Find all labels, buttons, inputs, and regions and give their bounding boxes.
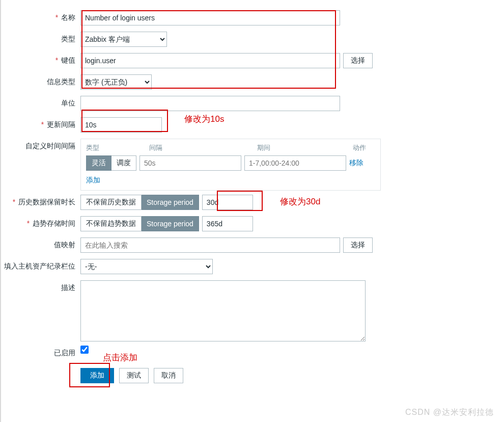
history-value-input[interactable] [202,195,253,210]
custom-interval-input[interactable] [139,155,241,171]
infotype-label: 信息类型 [1,74,80,87]
inventory-select[interactable]: -无- [80,259,213,274]
watermark-text: CSDN @达米安利拉德 [405,407,494,418]
key-select-button[interactable]: 选择 [343,53,373,68]
description-label: 描述 [1,280,80,293]
units-input[interactable] [80,96,340,111]
key-input[interactable] [80,53,340,68]
valuemap-input[interactable] [80,238,340,253]
trend-value-input[interactable] [202,216,253,231]
cancel-button[interactable]: 取消 [154,368,183,383]
test-button[interactable]: 测试 [119,368,149,383]
update-interval-label: * 更新间隔 [1,117,80,129]
name-input[interactable] [80,10,340,25]
custom-header-period: 期间 [257,143,353,152]
seg-schedule[interactable]: 调度 [111,155,136,171]
custom-header-type: 类型 [86,143,149,152]
custom-intervals-box: 类型 间隔 期间 动作 灵活 调度 移除 添加 [80,139,381,191]
seg-history-storage[interactable]: Storage period [142,195,199,210]
type-label: 类型 [1,32,80,44]
update-interval-input[interactable] [80,117,162,133]
type-select[interactable]: Zabbix 客户端 [80,32,167,47]
units-label: 单位 [1,96,80,108]
custom-header-action: 动作 [353,143,375,152]
history-label: * 历史数据保留时长 [1,195,80,207]
infotype-select[interactable]: 数字 (无正负) [80,74,152,90]
custom-period-input[interactable] [244,155,346,171]
valuemap-label: 值映射 [1,238,80,250]
name-label: * 名称 [1,10,80,22]
custom-header-interval: 间隔 [149,143,257,152]
seg-no-history[interactable]: 不保留历史数据 [80,195,142,210]
annotation-text-30d: 修改为30d [280,196,320,207]
custom-intervals-label: 自定义时间间隔 [1,139,80,151]
seg-flexible[interactable]: 灵活 [86,155,111,171]
key-label: * 键值 [1,53,80,65]
annotation-text-10s: 修改为10s [184,113,224,125]
custom-add-link[interactable]: 添加 [86,176,100,184]
trend-label: * 趋势存储时间 [1,216,80,228]
enabled-checkbox[interactable] [80,346,89,354]
add-button[interactable]: 添加 [80,368,114,383]
description-textarea[interactable] [80,280,366,341]
seg-trend-storage[interactable]: Storage period [142,216,199,231]
seg-no-trend[interactable]: 不保留趋势数据 [80,216,142,231]
annotation-text-add: 点击添加 [103,352,137,363]
custom-remove-link[interactable]: 移除 [349,159,363,168]
valuemap-select-button[interactable]: 选择 [343,238,373,253]
inventory-label: 填入主机资产纪录栏位 [1,259,80,271]
enabled-label: 已启用 [1,346,80,358]
